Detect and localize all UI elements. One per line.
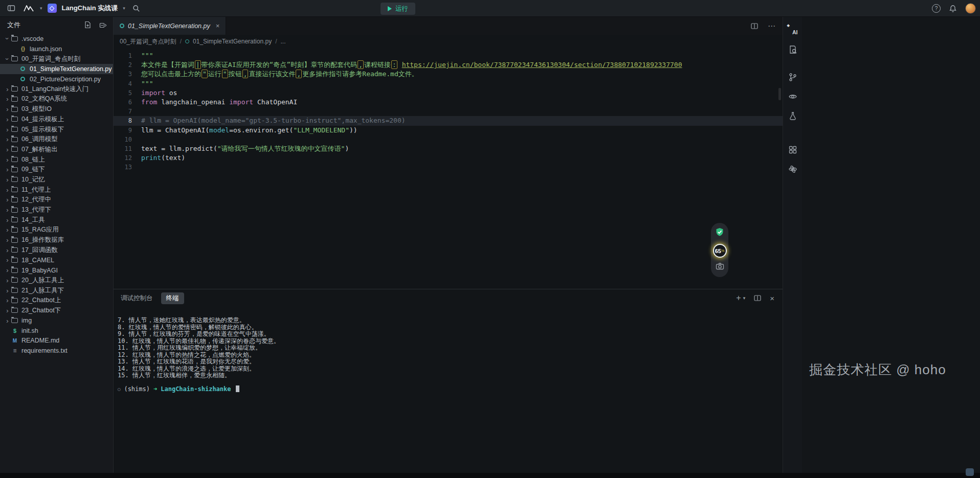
code-line-12[interactable]: 12print(text) <box>114 153 783 163</box>
split-editor-icon[interactable] <box>748 20 761 32</box>
tree-folder-23[interactable]: ›19_BabyAGI <box>0 265 113 276</box>
tree-chevron-icon[interactable]: › <box>4 216 11 224</box>
new-terminal-icon[interactable]: + <box>736 293 741 303</box>
tree-chevron-icon[interactable]: › <box>4 256 11 264</box>
code-line-3[interactable]: 3您可以点击最上方的"运行"按钮,直接运行该文件,更多操作指引请参考Readme… <box>114 70 783 79</box>
score-badge[interactable]: 65 % <box>713 244 727 258</box>
tree-chevron-icon[interactable]: › <box>4 166 11 173</box>
tree-chevron-icon[interactable]: › <box>4 146 11 153</box>
tree-chevron-icon[interactable]: › <box>4 277 11 284</box>
tree-folder-12[interactable]: ›08_链上 <box>0 154 113 165</box>
breadcrumb-file[interactable]: 01_SimpleTextGeneration.py <box>193 38 272 45</box>
logo-dropdown-icon[interactable]: ▾ <box>40 6 42 11</box>
tree-folder-8[interactable]: ›04_提示模板上 <box>0 115 113 125</box>
code-line-9[interactable]: 9llm = ChatOpenAI(model=os.environ.get("… <box>114 126 783 135</box>
notifications-bell-icon[interactable] <box>947 3 959 15</box>
tree-folder-13[interactable]: ›09_链下 <box>0 165 113 175</box>
tree-chevron-icon[interactable]: › <box>4 297 11 304</box>
tree-chevron-icon[interactable]: › <box>4 95 11 103</box>
tab-simple-text-generation[interactable]: 01_SimpleTextGeneration.py × <box>114 17 226 35</box>
tree-chevron-icon[interactable]: › <box>4 126 11 133</box>
tree-folder-11[interactable]: ›07_解析输出 <box>0 145 113 155</box>
tree-chevron-icon[interactable]: › <box>4 317 11 325</box>
tab-terminal[interactable]: 终端 <box>161 292 184 304</box>
breadcrumb-more[interactable]: ... <box>280 38 285 45</box>
code-line-10[interactable]: 10 <box>114 135 783 144</box>
preview-eye-icon[interactable] <box>787 90 799 103</box>
marscode-logo-icon[interactable] <box>23 2 35 14</box>
run-button[interactable]: 运行 <box>381 3 415 15</box>
tree-folder-16[interactable]: ›12_代理中 <box>0 195 113 205</box>
tree-chevron-icon[interactable]: › <box>4 196 11 203</box>
tree-folder-7[interactable]: ›03_模型IO <box>0 104 113 115</box>
tree-folder-25[interactable]: ›21_人脉工具下 <box>0 285 113 295</box>
breadcrumb-folder[interactable]: 00_开篇词_奇点时刻 <box>120 37 176 46</box>
code-line-4[interactable]: 4""" <box>114 79 783 88</box>
tree-folder-5[interactable]: ›01_LangChain快速入门 <box>0 84 113 94</box>
workspace-dropdown-icon[interactable]: ▾ <box>123 6 125 11</box>
tree-chevron-icon[interactable]: › <box>4 246 11 254</box>
code-line-1[interactable]: 1""" <box>114 51 783 60</box>
tree-file-31[interactable]: ≡requirements.txt <box>0 346 113 356</box>
panel-toggle-icon[interactable] <box>5 2 17 14</box>
tree-chevron-icon[interactable]: › <box>4 186 11 194</box>
tree-folder-19[interactable]: ›15_RAG应用 <box>0 225 113 235</box>
workspace-title[interactable]: LangChain 实战课 <box>62 4 118 13</box>
tree-file-1[interactable]: {}launch.json <box>0 44 113 54</box>
beaker-icon[interactable] <box>787 110 799 122</box>
lab-atom-icon[interactable] <box>787 163 799 175</box>
code-line-6[interactable]: 6from langchain_openai import ChatOpenAI <box>114 98 783 107</box>
tree-folder-0[interactable]: ›.vscode <box>0 34 113 44</box>
tree-folder-15[interactable]: ›11_代理上 <box>0 185 113 195</box>
close-panel-icon[interactable]: × <box>770 294 774 303</box>
floating-corner-icon[interactable] <box>966 468 974 476</box>
terminal-dropdown-icon[interactable]: ▾ <box>743 295 746 301</box>
tree-folder-28[interactable]: ›img <box>0 315 113 326</box>
source-control-icon[interactable] <box>787 71 799 83</box>
file-search-icon[interactable] <box>787 43 799 56</box>
code-line-11[interactable]: 11text = llm.predict("请给我写一句情人节红玫瑰的中文宣传语… <box>114 144 783 153</box>
code-line-5[interactable]: 5import os <box>114 88 783 98</box>
tree-chevron-icon[interactable]: › <box>4 85 11 93</box>
tree-folder-14[interactable]: ›10_记忆 <box>0 175 113 185</box>
tree-chevron-icon[interactable]: › <box>4 206 11 214</box>
tree-file-30[interactable]: MREADME.md <box>0 336 113 346</box>
tree-folder-18[interactable]: ›14_工具 <box>0 215 113 225</box>
tree-chevron-icon[interactable]: › <box>4 226 11 234</box>
user-avatar[interactable] <box>965 3 976 14</box>
code-editor[interactable]: 1"""2本文件是【开篇词|带你亲证AI应用开发的“奇点”时刻】章节的配套代码,… <box>114 48 783 289</box>
tree-file-3[interactable]: 01_SimpleTextGeneration.py <box>0 64 113 74</box>
tree-folder-21[interactable]: ›17_回调函数 <box>0 245 113 255</box>
code-line-7[interactable]: 7 <box>114 107 783 116</box>
new-file-icon[interactable] <box>81 19 94 31</box>
tree-folder-20[interactable]: ›16_操作数据库 <box>0 235 113 245</box>
tree-folder-17[interactable]: ›13_代理下 <box>0 205 113 215</box>
split-terminal-icon[interactable] <box>751 292 764 304</box>
tree-folder-22[interactable]: ›18_CAMEL <box>0 255 113 265</box>
tree-chevron-icon[interactable]: › <box>4 105 11 113</box>
tree-chevron-icon[interactable]: › <box>4 266 11 274</box>
tree-folder-26[interactable]: ›22_Chatbot上 <box>0 295 113 306</box>
tree-chevron-icon[interactable]: › <box>4 116 11 123</box>
more-actions-icon[interactable]: ⋯ <box>768 21 775 31</box>
tree-file-29[interactable]: $init.sh <box>0 326 113 336</box>
tree-file-4[interactable]: 02_PictureDescription.py <box>0 74 113 84</box>
tree-chevron-icon[interactable]: › <box>4 56 11 62</box>
tree-chevron-icon[interactable]: › <box>4 307 11 314</box>
ai-assistant-icon[interactable]: ◆ AI <box>786 23 799 36</box>
code-line-8[interactable]: 8# llm = OpenAI(model_name="gpt-3.5-turb… <box>114 116 783 125</box>
tree-folder-10[interactable]: ›06_调用模型 <box>0 134 113 145</box>
code-line-2[interactable]: 2本文件是【开篇词|带你亲证AI应用开发的“奇点”时刻】章节的配套代码,课程链接… <box>114 60 783 70</box>
tree-chevron-icon[interactable]: › <box>4 236 11 244</box>
code-line-13[interactable]: 13 <box>114 163 783 172</box>
editor-scrollbar-thumb[interactable] <box>778 88 781 100</box>
camera-icon[interactable] <box>716 262 724 272</box>
tab-close-icon[interactable]: × <box>216 22 220 30</box>
tab-debug-console[interactable]: 调试控制台 <box>121 294 153 303</box>
search-icon[interactable] <box>130 2 143 14</box>
help-icon[interactable]: ? <box>932 4 941 13</box>
tree-folder-24[interactable]: ›20_人脉工具上 <box>0 276 113 286</box>
tree-chevron-icon[interactable]: › <box>4 176 11 184</box>
terminal[interactable]: 7. 情人节，送她红玫瑰，表达最炽热的爱意。8. 红玫瑰，情人节的爱情密码，解锁… <box>114 307 783 473</box>
extensions-grid-icon[interactable] <box>787 144 799 156</box>
